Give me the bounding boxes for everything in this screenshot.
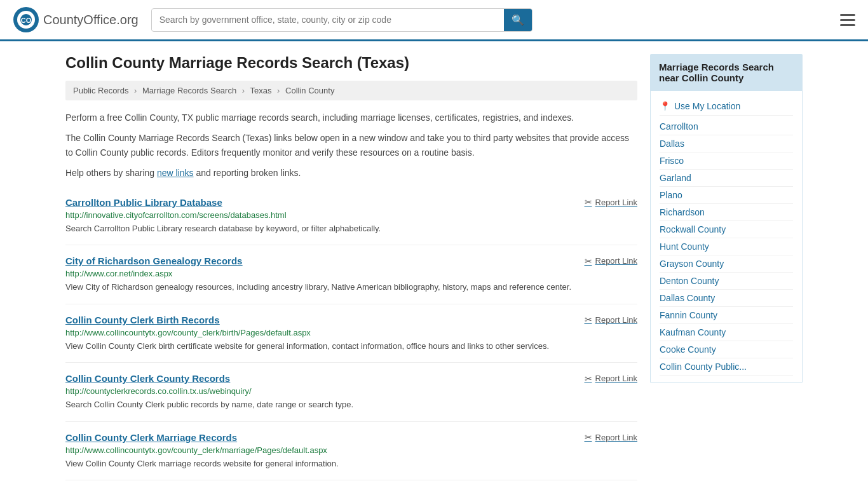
record-title: Collin County Clerk Marriage Records ✂ R…: [65, 432, 637, 443]
breadcrumb-public-records[interactable]: Public Records: [73, 86, 128, 95]
record-item: Collin County Clerk Birth Records ✂ Repo…: [65, 304, 637, 363]
intro-paragraph-1: Perform a free Collin County, TX public …: [65, 111, 637, 125]
logo-icon: CO: [13, 6, 39, 33]
record-url[interactable]: http://www.collincountytx.gov/county_cle…: [65, 445, 637, 455]
pin-icon: 📍: [660, 101, 670, 111]
report-icon: ✂: [585, 432, 592, 442]
main-content: Collin County Marriage Records Search (T…: [65, 54, 637, 480]
sidebar-link[interactable]: Dallas County: [660, 290, 793, 307]
search-bar: 🔍: [151, 8, 532, 32]
report-link[interactable]: ✂ Report Link: [585, 374, 637, 384]
sidebar-link[interactable]: Rockwall County: [660, 221, 793, 238]
sidebar-link[interactable]: Fannin County: [660, 307, 793, 324]
record-desc: Search Collin County Clerk public record…: [65, 398, 637, 411]
record-item: Carrollton Public Library Database ✂ Rep…: [65, 187, 637, 246]
record-item: Collin County Clerk County Records ✂ Rep…: [65, 363, 637, 422]
breadcrumb-collin-county[interactable]: Collin County: [285, 86, 334, 95]
sidebar-link[interactable]: Kaufman County: [660, 324, 793, 341]
record-link[interactable]: Collin County Clerk Marriage Records: [65, 432, 237, 443]
report-icon: ✂: [585, 197, 592, 207]
sidebar-link[interactable]: Denton County: [660, 273, 793, 290]
search-input[interactable]: [152, 10, 504, 30]
breadcrumb-sep: ›: [277, 86, 280, 95]
intro-paragraph-3: Help others by sharing new links and rep…: [65, 166, 637, 180]
intro3-after: and reporting broken links.: [194, 168, 301, 178]
record-link[interactable]: Collin County Clerk Birth Records: [65, 315, 220, 325]
search-button[interactable]: 🔍: [504, 9, 532, 31]
record-desc: View Collin County Clerk marriage record…: [65, 458, 637, 470]
sidebar-link[interactable]: Frisco: [660, 152, 793, 170]
report-link[interactable]: ✂ Report Link: [585, 197, 637, 207]
record-desc: Search Carrollton Public Library researc…: [65, 222, 637, 235]
record-item: Collin County Clerk Marriage Records ✂ R…: [65, 422, 637, 481]
breadcrumb-sep: ›: [134, 86, 137, 95]
sidebar-link[interactable]: Carrollton: [660, 118, 793, 135]
report-icon: ✂: [585, 256, 592, 266]
breadcrumb-marriage-records[interactable]: Marriage Records Search: [142, 86, 236, 95]
record-title: Collin County Clerk County Records ✂ Rep…: [65, 373, 637, 384]
use-my-location-link[interactable]: Use My Location: [674, 101, 740, 111]
sidebar-link[interactable]: Richardson: [660, 204, 793, 221]
record-url[interactable]: http://innovative.cityofcarrollton.com/s…: [65, 210, 637, 220]
intro3-before: Help others by sharing: [65, 168, 157, 178]
record-link[interactable]: Collin County Clerk County Records: [65, 373, 230, 384]
sidebar-link[interactable]: Cooke County: [660, 341, 793, 358]
use-my-location[interactable]: 📍 Use My Location: [660, 97, 793, 116]
record-title: Carrollton Public Library Database ✂ Rep…: [65, 197, 637, 208]
new-links[interactable]: new links: [157, 168, 194, 178]
record-desc: View Collin County Clerk birth certifica…: [65, 340, 637, 353]
record-link[interactable]: City of Richardson Genealogy Records: [65, 255, 242, 266]
report-label: Report Link: [595, 256, 637, 266]
report-link[interactable]: ✂ Report Link: [585, 256, 637, 266]
record-desc: View City of Richardson genealogy resour…: [65, 281, 637, 294]
report-link[interactable]: ✂ Report Link: [585, 432, 637, 442]
page-title: Collin County Marriage Records Search (T…: [65, 54, 637, 72]
record-item: City of Richardson Genealogy Records ✂ R…: [65, 245, 637, 304]
hamburger-line: [840, 14, 855, 16]
svg-text:CO: CO: [21, 17, 32, 24]
logo-text: CountyOffice.org: [43, 13, 139, 27]
report-label: Report Link: [595, 315, 637, 325]
sidebar-link[interactable]: Dallas: [660, 135, 793, 152]
breadcrumb-texas[interactable]: Texas: [250, 86, 272, 95]
records-list: Carrollton Public Library Database ✂ Rep…: [65, 187, 637, 481]
sidebar: Marriage Records Search near Collin Coun…: [650, 54, 803, 480]
hamburger-line: [840, 19, 855, 21]
logo[interactable]: CO CountyOffice.org: [13, 6, 139, 33]
sidebar-header: Marriage Records Search near Collin Coun…: [650, 54, 803, 91]
sidebar-link[interactable]: Plano: [660, 187, 793, 204]
hamburger-line: [840, 24, 855, 26]
record-url[interactable]: http://www.collincountytx.gov/county_cle…: [65, 328, 637, 337]
record-title: Collin County Clerk Birth Records ✂ Repo…: [65, 315, 637, 325]
sidebar-link[interactable]: Garland: [660, 170, 793, 187]
record-url[interactable]: http://www.cor.net/index.aspx: [65, 269, 637, 278]
record-title: City of Richardson Genealogy Records ✂ R…: [65, 255, 637, 266]
record-link[interactable]: Carrollton Public Library Database: [65, 197, 222, 208]
report-label: Report Link: [595, 433, 637, 442]
report-link[interactable]: ✂ Report Link: [585, 315, 637, 325]
report-label: Report Link: [595, 374, 637, 383]
sidebar-link[interactable]: Grayson County: [660, 255, 793, 273]
breadcrumb: Public Records › Marriage Records Search…: [65, 81, 637, 100]
content-wrapper: Collin County Marriage Records Search (T…: [53, 41, 815, 488]
report-icon: ✂: [585, 374, 592, 384]
breadcrumb-sep: ›: [242, 86, 245, 95]
header: CO CountyOffice.org 🔍: [0, 0, 868, 41]
sidebar-content: 📍 Use My Location CarrolltonDallasFrisco…: [650, 91, 803, 383]
record-url[interactable]: http://countyclerkrecords.co.collin.tx.u…: [65, 386, 637, 396]
report-label: Report Link: [595, 198, 637, 207]
sidebar-link[interactable]: Hunt County: [660, 238, 793, 255]
hamburger-menu[interactable]: [840, 14, 855, 26]
sidebar-link[interactable]: Collin County Public...: [660, 358, 793, 376]
sidebar-links: CarrolltonDallasFriscoGarlandPlanoRichar…: [660, 118, 793, 376]
report-icon: ✂: [585, 315, 592, 325]
intro-paragraph-2: The Collin County Marriage Records Searc…: [65, 131, 637, 159]
